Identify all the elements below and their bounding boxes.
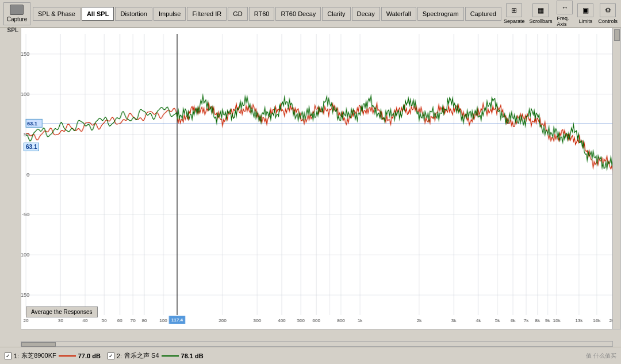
legend-num-1: 1:	[14, 352, 19, 359]
capture-button[interactable]: Capture	[3, 2, 30, 25]
scrollbars-label: Scrollbars	[529, 18, 552, 24]
icon-controls[interactable]: ⚙Controls	[598, 3, 618, 24]
chart-and-y: SPL 63.1 Average the Responses	[0, 28, 621, 329]
chart-area[interactable]: 63.1 Average the Responses	[21, 28, 621, 329]
tab-group: SPL & PhaseAll SPLDistortionImpulseFilte…	[33, 7, 501, 21]
separate-label: Separate	[504, 18, 525, 24]
x-axis	[21, 329, 613, 341]
tab-rt60[interactable]: RT60	[249, 7, 275, 21]
main-area: SPL 63.1 Average the Responses	[0, 28, 621, 347]
tab-clarity[interactable]: Clarity	[322, 7, 350, 21]
tab-distortion[interactable]: Distortion	[115, 7, 152, 21]
tab-all-spl[interactable]: All SPL	[82, 7, 114, 21]
limits-label: Limits	[579, 18, 593, 24]
horizontal-scrollbar[interactable]	[21, 341, 613, 347]
toolbar: Capture SPL & PhaseAll SPLDistortionImpu…	[0, 0, 621, 28]
tab-spl-phase[interactable]: SPL & Phase	[33, 7, 80, 21]
vertical-scrollbar[interactable]	[612, 28, 620, 329]
limits-icon: ▣	[577, 3, 593, 17]
legend-name-2: 音乐之声 S4	[124, 351, 159, 360]
average-responses-button[interactable]: Average the Responses	[26, 306, 98, 317]
icon-scrollbars[interactable]: ▦Scrollbars	[529, 3, 552, 24]
legend-num-2: 2:	[117, 352, 122, 359]
tab-gd[interactable]: GD	[228, 7, 248, 21]
checkbox-1-mark: ✓	[6, 353, 10, 359]
tab-filtered-ir[interactable]: Filtered IR	[187, 7, 227, 21]
legend-spl-1: 77.0 dB	[78, 352, 101, 359]
capture-label: Capture	[7, 16, 28, 22]
scrollbars-icon: ▦	[532, 3, 549, 17]
watermark-text: 值 什么值买	[586, 352, 616, 359]
legend-name-1: 东芝8900KF	[21, 351, 56, 360]
y-tick-spl-label: SPL	[7, 27, 18, 33]
legend-checkbox-2[interactable]: ✓	[108, 352, 114, 359]
legend-checkbox-1[interactable]: ✓	[5, 352, 12, 359]
tab-decay[interactable]: Decay	[352, 7, 380, 21]
legend-spl-2: 78.1 dB	[181, 352, 204, 359]
checkbox-2-mark: ✓	[109, 353, 113, 359]
tab-impulse[interactable]: Impulse	[154, 7, 186, 21]
tab-rt60-decay[interactable]: RT60 Decay	[275, 7, 321, 21]
controls-icon: ⚙	[600, 3, 616, 17]
freq-axis-label: Freq. Axis	[557, 16, 573, 27]
separate-icon: ⊞	[506, 3, 522, 17]
camera-icon	[10, 5, 24, 15]
freq-axis-icon: ↔	[557, 1, 573, 14]
avg-button-label: Average the Responses	[31, 309, 93, 315]
legend-line-2	[162, 355, 179, 357]
icon-limits[interactable]: ▣Limits	[577, 3, 593, 24]
scroll-thumb[interactable]	[614, 29, 620, 41]
h-scroll-thumb[interactable]	[21, 342, 56, 347]
chart-canvas	[21, 28, 620, 329]
legend-item-1: ✓ 1: 东芝8900KF 77.0 dB	[5, 351, 101, 360]
tab-spectrogram[interactable]: Spectrogram	[417, 7, 464, 21]
chart-wrapper: SPL 63.1 Average the Responses	[0, 28, 621, 347]
legend-item-2: ✓ 2: 音乐之声 S4 78.1 dB	[108, 351, 204, 360]
y-axis: SPL	[0, 28, 21, 329]
crosshair-value-label: 63.1	[24, 143, 39, 151]
bottom-bar: ✓ 1: 东芝8900KF 77.0 dB ✓ 2: 音乐之声 S4 78.1 …	[0, 347, 621, 364]
x-axis-row	[21, 329, 613, 341]
icon-separate[interactable]: ⊞Separate	[504, 3, 525, 24]
right-icons: ⊞Separate▦Scrollbars↔Freq. Axis▣Limits⚙C…	[504, 1, 618, 27]
controls-label: Controls	[598, 18, 618, 24]
crosshair-value: 63.1	[26, 144, 37, 150]
tab-captured[interactable]: Captured	[465, 7, 501, 21]
tab-waterfall[interactable]: Waterfall	[381, 7, 416, 21]
watermark: 值 什么值买	[586, 352, 616, 360]
legend-line-1	[59, 355, 76, 357]
icon-freq-axis[interactable]: ↔Freq. Axis	[557, 1, 573, 27]
